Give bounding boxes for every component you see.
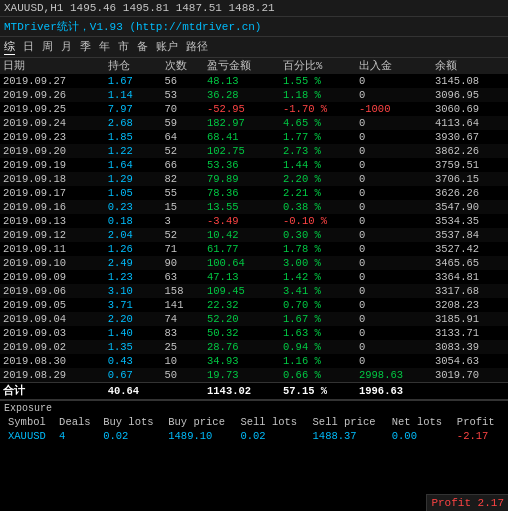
cell-date: 2019.09.11: [0, 242, 105, 256]
cell-deals: 59: [162, 116, 204, 130]
cell-deals: 158: [162, 284, 204, 298]
cell-profit: 53.36: [204, 158, 280, 172]
cell-balance: 3759.51: [432, 158, 508, 172]
cell-inout: 0: [356, 200, 432, 214]
cell-deals: 56: [162, 74, 204, 88]
cell-pct: 3.41 %: [280, 284, 356, 298]
table-row: 2019.09.27 1.67 56 48.13 1.55 % 0 3145.0…: [0, 74, 508, 88]
cell-profit: 28.76: [204, 340, 280, 354]
cell-balance: 3145.08: [432, 74, 508, 88]
cell-profit: 68.41: [204, 130, 280, 144]
cell-profit: 13.55: [204, 200, 280, 214]
cell-pct: -0.10 %: [280, 214, 356, 228]
cell-date: 2019.09.03: [0, 326, 105, 340]
cell-date: 2019.08.29: [0, 368, 105, 383]
nav-tab-9[interactable]: 路径: [186, 39, 208, 55]
exposure-section: Exposure Symbol Deals Buy lots Buy price…: [0, 399, 508, 445]
cell-deals: 10: [162, 354, 204, 368]
nav-tab-1[interactable]: 日: [23, 39, 34, 55]
cell-profit: -3.49: [204, 214, 280, 228]
exposure-header-row: Symbol Deals Buy lots Buy price Sell lot…: [4, 415, 504, 429]
col-header-profit: 盈亏金额: [204, 58, 280, 74]
exp-deals: 4: [55, 429, 99, 443]
cell-profit: 100.64: [204, 256, 280, 270]
cell-pct: 2.21 %: [280, 186, 356, 200]
cell-pos: 0.23: [105, 200, 162, 214]
table-row: 2019.09.02 1.35 25 28.76 0.94 % 0 3083.3…: [0, 340, 508, 354]
cell-profit: 102.75: [204, 144, 280, 158]
table-row: 2019.09.04 2.20 74 52.20 1.67 % 0 3185.9…: [0, 312, 508, 326]
cell-pos: 7.97: [105, 102, 162, 116]
cell-deals: 52: [162, 228, 204, 242]
nav-tab-7[interactable]: 备: [137, 39, 148, 55]
col-header-deals: 次数: [162, 58, 204, 74]
exp-col-netlots: Net lots: [388, 415, 453, 429]
col-header-pos: 持仓: [105, 58, 162, 74]
cell-pos: 2.20: [105, 312, 162, 326]
table-row: 2019.09.20 1.22 52 102.75 2.73 % 0 3862.…: [0, 144, 508, 158]
exp-profit: -2.17: [453, 429, 504, 443]
table-row: 2019.09.25 7.97 70 -52.95 -1.70 % -1000 …: [0, 102, 508, 116]
exp-buylots: 0.02: [99, 429, 164, 443]
cell-profit: 52.20: [204, 312, 280, 326]
table-row: 2019.09.13 0.18 3 -3.49 -0.10 % 0 3534.3…: [0, 214, 508, 228]
cell-pos: 3.10: [105, 284, 162, 298]
cell-pos: 1.26: [105, 242, 162, 256]
nav-tab-0[interactable]: 综: [4, 39, 15, 55]
exp-col-selllots: Sell lots: [236, 415, 308, 429]
cell-pos: 0.18: [105, 214, 162, 228]
nav-tab-2[interactable]: 周: [42, 39, 53, 55]
table-row: 2019.09.23 1.85 64 68.41 1.77 % 0 3930.6…: [0, 130, 508, 144]
cell-pct: 1.44 %: [280, 158, 356, 172]
cell-profit: 34.93: [204, 354, 280, 368]
cell-date: 2019.09.09: [0, 270, 105, 284]
cell-date: 2019.09.16: [0, 200, 105, 214]
cell-date: 2019.09.18: [0, 172, 105, 186]
cell-deals: 15: [162, 200, 204, 214]
cell-pct: 0.94 %: [280, 340, 356, 354]
cell-deals: 64: [162, 130, 204, 144]
summary-inout: 1996.63: [356, 383, 432, 400]
summary-label: 合计: [0, 383, 105, 400]
cell-deals: 141: [162, 298, 204, 312]
cell-pos: 1.29: [105, 172, 162, 186]
cell-pos: 1.64: [105, 158, 162, 172]
exp-col-buylots: Buy lots: [99, 415, 164, 429]
cell-inout: 0: [356, 256, 432, 270]
nav-tab-8[interactable]: 账户: [156, 39, 178, 55]
cell-inout: 0: [356, 228, 432, 242]
cell-inout: 0: [356, 144, 432, 158]
cell-deals: 55: [162, 186, 204, 200]
cell-inout: 0: [356, 354, 432, 368]
top-bar: XAUUSD,H1 1495.46 1495.81 1487.51 1488.2…: [0, 0, 508, 17]
exp-col-deals: Deals: [55, 415, 99, 429]
table-row: 2019.09.12 2.04 52 10.42 0.30 % 0 3537.8…: [0, 228, 508, 242]
cell-inout: 0: [356, 116, 432, 130]
nav-tab-4[interactable]: 季: [80, 39, 91, 55]
cell-profit: 48.13: [204, 74, 280, 88]
cell-deals: 53: [162, 88, 204, 102]
cell-inout: 0: [356, 298, 432, 312]
cell-date: 2019.09.05: [0, 298, 105, 312]
cell-balance: 3060.69: [432, 102, 508, 116]
nav-tab-5[interactable]: 年: [99, 39, 110, 55]
exposure-row: XAUUSD 4 0.02 1489.10 0.02 1488.37 0.00 …: [4, 429, 504, 443]
cell-date: 2019.09.26: [0, 88, 105, 102]
cell-pos: 3.71: [105, 298, 162, 312]
cell-inout: -1000: [356, 102, 432, 116]
cell-balance: 3527.42: [432, 242, 508, 256]
summary-pct: 57.15 %: [280, 383, 356, 400]
cell-inout: 0: [356, 172, 432, 186]
table-row: 2019.09.09 1.23 63 47.13 1.42 % 0 3364.8…: [0, 270, 508, 284]
table-row: 2019.09.05 3.71 141 22.32 0.70 % 0 3208.…: [0, 298, 508, 312]
table-row: 2019.09.16 0.23 15 13.55 0.38 % 0 3547.9…: [0, 200, 508, 214]
cell-balance: 3706.15: [432, 172, 508, 186]
cell-balance: 3133.71: [432, 326, 508, 340]
summary-row: 合计 40.64 1143.02 57.15 % 1996.63: [0, 383, 508, 400]
cell-balance: 3208.23: [432, 298, 508, 312]
nav-tab-6[interactable]: 市: [118, 39, 129, 55]
exp-sellprice: 1488.37: [309, 429, 388, 443]
cell-pct: 0.66 %: [280, 368, 356, 383]
profit-overlay: Profit 2.17: [426, 494, 508, 511]
nav-tab-3[interactable]: 月: [61, 39, 72, 55]
